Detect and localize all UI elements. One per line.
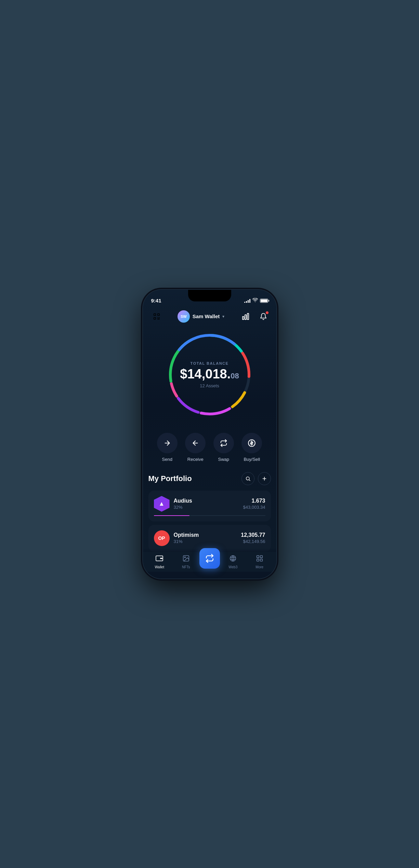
- nav-wallet[interactable]: Wallet: [146, 555, 173, 569]
- optimism-name: Optimism: [174, 532, 199, 538]
- asset-left-audius: ▲ Audius 32%: [154, 496, 192, 512]
- balance-label: TOTAL BALANCE: [175, 361, 244, 365]
- scan-button[interactable]: [150, 310, 163, 323]
- svg-rect-1: [157, 313, 159, 315]
- svg-rect-5: [247, 313, 249, 320]
- optimism-amount: 12,305.77: [241, 532, 265, 538]
- audius-progress-fill: [154, 515, 189, 516]
- web3-nav-icon: [229, 555, 237, 564]
- send-label: Send: [162, 457, 172, 462]
- center-action-button[interactable]: [199, 548, 220, 569]
- balance-amount: $14,018.08: [175, 367, 244, 380]
- audius-percentage: 32%: [174, 505, 192, 510]
- nav-nfts[interactable]: NFTs: [173, 555, 199, 569]
- status-icons: [244, 298, 268, 303]
- top-nav: SW Sam Wallet ▾: [143, 307, 276, 327]
- balance-assets: 12 Assets: [175, 383, 244, 388]
- asset-row-optimism: OP Optimism 31% 12,305.77 $42,149.56: [154, 530, 265, 546]
- nav-more[interactable]: More: [246, 555, 273, 569]
- bottom-nav-inner: Wallet NFTs: [143, 552, 276, 572]
- signal-bars-icon: [244, 299, 250, 303]
- svg-point-25: [230, 555, 236, 561]
- balance-center: TOTAL BALANCE $14,018.08 12 Assets: [175, 361, 244, 388]
- svg-line-19: [249, 480, 250, 481]
- notification-dot: [265, 311, 269, 314]
- swap-label: Swap: [218, 457, 229, 462]
- nav-center-button[interactable]: [199, 555, 220, 569]
- search-button[interactable]: [241, 472, 254, 485]
- audius-info: Audius 32%: [174, 498, 192, 510]
- buysell-label: Buy/Sell: [244, 457, 260, 462]
- balance-ring: TOTAL BALANCE $14,018.08 12 Assets: [165, 330, 254, 419]
- audius-name: Audius: [174, 498, 192, 504]
- svg-point-24: [184, 557, 185, 558]
- wallet-nav-label: Wallet: [155, 565, 164, 569]
- more-nav-label: More: [256, 565, 263, 569]
- asset-card-audius[interactable]: ▲ Audius 32% 1.673 $43,003.34: [148, 491, 271, 521]
- audius-progress-bar: [154, 515, 265, 516]
- svg-rect-26: [257, 555, 259, 557]
- optimism-values: 12,305.77 $42,149.56: [241, 532, 265, 544]
- optimism-icon: OP: [154, 530, 170, 546]
- optimism-percentage: 31%: [174, 539, 199, 544]
- svg-rect-29: [260, 559, 262, 561]
- more-nav-icon: [256, 555, 263, 564]
- svg-rect-3: [243, 316, 244, 320]
- wallet-selector[interactable]: SW Sam Wallet ▾: [178, 310, 224, 323]
- audius-value: $43,003.34: [243, 505, 265, 510]
- send-icon: [157, 433, 178, 453]
- receive-icon: [185, 433, 206, 453]
- add-asset-button[interactable]: [258, 472, 271, 485]
- receive-label: Receive: [187, 457, 204, 462]
- action-buttons: Send Receive: [143, 426, 276, 472]
- nav-right: [239, 310, 270, 323]
- audius-values: 1.673 $43,003.34: [243, 498, 265, 510]
- chevron-down-icon: ▾: [222, 314, 224, 319]
- phone-screen: 9:41: [143, 290, 276, 579]
- web3-nav-label: Web3: [228, 565, 237, 569]
- receive-button[interactable]: Receive: [185, 433, 206, 462]
- wallet-avatar: SW: [178, 310, 190, 323]
- optimism-value: $42,149.56: [241, 539, 265, 544]
- nfts-nav-label: NFTs: [182, 565, 190, 569]
- portfolio-actions: [241, 472, 271, 485]
- svg-rect-27: [260, 555, 262, 557]
- notification-button[interactable]: [257, 310, 270, 323]
- optimism-info: Optimism 31%: [174, 532, 199, 544]
- wifi-icon: [252, 298, 258, 303]
- notch: [188, 290, 231, 301]
- svg-rect-28: [257, 559, 259, 561]
- buysell-button[interactable]: Buy/Sell: [241, 433, 262, 462]
- send-button[interactable]: Send: [157, 433, 178, 462]
- phone-frame: 9:41: [143, 290, 276, 579]
- asset-left-optimism: OP Optimism 31%: [154, 530, 199, 546]
- audius-icon: ▲: [154, 496, 170, 512]
- nfts-nav-icon: [182, 555, 190, 564]
- audius-amount: 1.673: [243, 498, 265, 504]
- buysell-icon: [241, 433, 262, 453]
- nav-web3[interactable]: Web3: [220, 555, 247, 569]
- battery-icon: [260, 299, 268, 303]
- chart-button[interactable]: [239, 310, 252, 323]
- wallet-name: Sam Wallet: [193, 313, 220, 319]
- portfolio-title: My Portfolio: [148, 474, 192, 483]
- balance-section: TOTAL BALANCE $14,018.08 12 Assets: [143, 327, 276, 426]
- status-time: 9:41: [151, 298, 161, 303]
- asset-card-optimism[interactable]: OP Optimism 31% 12,305.77 $42,149.56: [148, 525, 271, 552]
- portfolio-header: My Portfolio: [148, 472, 271, 485]
- asset-row-audius: ▲ Audius 32% 1.673 $43,003.34: [154, 496, 265, 512]
- wallet-nav-icon: [156, 555, 163, 564]
- swap-icon: [213, 433, 234, 453]
- bottom-nav: Wallet NFTs: [143, 548, 276, 579]
- svg-rect-2: [154, 317, 156, 319]
- svg-rect-4: [245, 315, 246, 320]
- svg-rect-0: [154, 313, 156, 315]
- swap-button[interactable]: Swap: [213, 433, 234, 462]
